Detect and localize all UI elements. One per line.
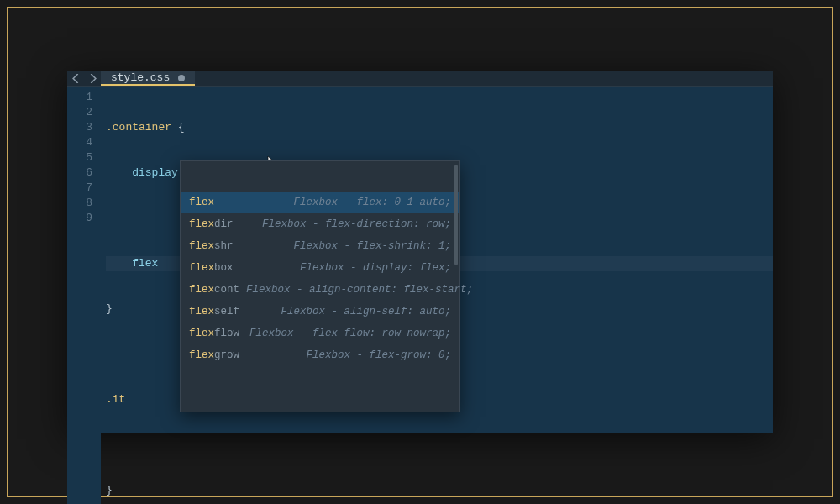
line-number: 7 — [67, 181, 92, 196]
autocomplete-item[interactable]: flexgrowFlexbox - flex-grow: 0; — [181, 344, 459, 366]
autocomplete-abbr: flexself — [189, 304, 239, 319]
line-number: 4 — [67, 135, 92, 150]
line-number: 2 — [67, 105, 92, 120]
brace-token: { — [171, 121, 185, 134]
autocomplete-item[interactable]: flexshrFlexbox - flex-shrink: 1; — [181, 235, 459, 257]
modified-dot-icon — [178, 75, 185, 81]
autocomplete-abbr: flexflow — [189, 326, 239, 341]
code-area[interactable]: .container { display: flex; flex } .it }… — [101, 87, 773, 504]
autocomplete-desc: Flexbox - flex-shrink: 1; — [293, 239, 451, 254]
autocomplete-scrollbar[interactable] — [454, 165, 458, 265]
line-number: 8 — [67, 196, 92, 211]
typed-text: flex — [132, 257, 158, 270]
autocomplete-desc: Flexbox - flex: 0 1 auto; — [293, 195, 451, 210]
autocomplete-abbr: flexgrow — [189, 348, 239, 363]
tab-bar: style.css — [67, 71, 773, 87]
autocomplete-desc: Flexbox - flex-flow: row nowrap; — [249, 326, 451, 341]
nav-back-button[interactable] — [67, 71, 84, 86]
autocomplete-abbr: flexshr — [189, 239, 234, 254]
autocomplete-abbr: flexcont — [189, 282, 239, 297]
line-number: 9 — [67, 211, 92, 226]
selector-token: .it — [106, 393, 125, 406]
autocomplete-abbr: flex — [189, 195, 214, 210]
outer-frame: style.css 1 2 3 4 5 6 7 8 9 .container {… — [7, 7, 833, 497]
autocomplete-item[interactable]: flexboxFlexbox - display: flex; — [181, 257, 459, 279]
nav-forward-button[interactable] — [84, 71, 101, 86]
brace-token: } — [106, 302, 113, 315]
autocomplete-item[interactable]: flexFlexbox - flex: 0 1 auto; — [181, 192, 459, 213]
editor-window: style.css 1 2 3 4 5 6 7 8 9 .container {… — [67, 71, 773, 433]
editor-body: 1 2 3 4 5 6 7 8 9 .container { display: … — [67, 87, 773, 504]
autocomplete-desc: Flexbox - display: flex; — [300, 260, 451, 276]
code-line — [106, 438, 773, 453]
autocomplete-item[interactable]: flexflowFlexbox - flex-flow: row nowrap; — [181, 323, 459, 344]
autocomplete-desc: Flexbox - flex-direction: row; — [262, 217, 451, 232]
property-token: display — [132, 166, 178, 179]
line-number: 1 — [67, 90, 92, 105]
brace-token: } — [106, 484, 113, 496]
autocomplete-desc: Flexbox - align-self: auto; — [281, 304, 451, 319]
line-number: 6 — [67, 165, 92, 181]
autocomplete-desc: Flexbox - flex-grow: 0; — [306, 348, 451, 363]
tab-filename: style.css — [111, 71, 170, 84]
tab-style-css[interactable]: style.css — [101, 71, 195, 86]
autocomplete-item[interactable]: flexdirFlexbox - flex-direction: row; — [181, 213, 459, 235]
selector-token: .container — [106, 121, 171, 134]
line-number: 5 — [67, 150, 92, 165]
autocomplete-item[interactable]: flexcontFlexbox - align-content: flex-st… — [181, 279, 459, 301]
autocomplete-popup[interactable]: flexFlexbox - flex: 0 1 auto;flexdirFlex… — [180, 160, 460, 412]
chevron-right-icon — [89, 74, 97, 83]
code-line: } — [106, 483, 773, 498]
autocomplete-desc: Flexbox - align-content: flex-start; — [246, 282, 473, 297]
line-number: 3 — [67, 120, 92, 135]
autocomplete-item[interactable]: flexselfFlexbox - align-self: auto; — [181, 301, 459, 323]
code-line: .container { — [106, 120, 773, 135]
autocomplete-abbr: flexdir — [189, 217, 234, 232]
autocomplete-abbr: flexbox — [189, 260, 234, 276]
chevron-left-icon — [72, 74, 80, 83]
line-gutter: 1 2 3 4 5 6 7 8 9 — [67, 87, 101, 504]
